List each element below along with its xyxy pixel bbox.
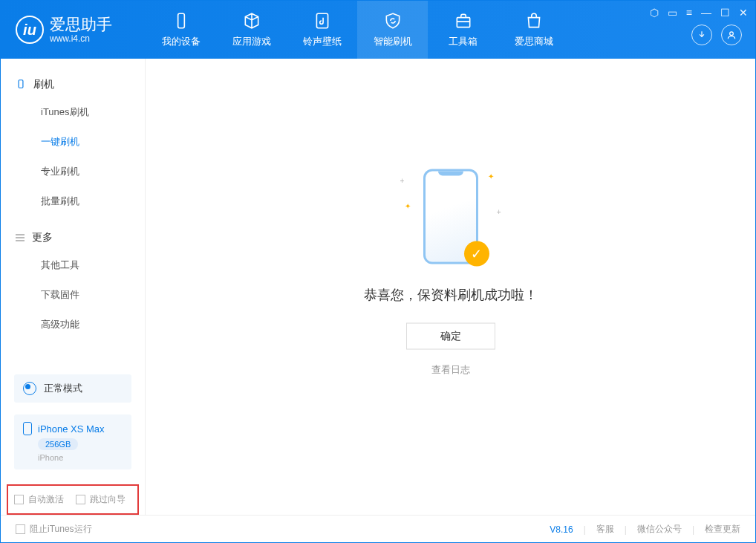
toolbox-icon — [454, 11, 473, 30]
svg-rect-0 — [177, 13, 184, 28]
mode-box[interactable]: 正常模式 — [14, 374, 131, 403]
minimize-button[interactable]: — — [701, 7, 711, 19]
sidebar-section-flash: 刷机 — [1, 72, 145, 97]
app-name-en: www.i4.cn — [50, 33, 112, 44]
sidebar-section-more: 更多 — [1, 225, 145, 250]
sparkle-icon: ✦ — [488, 172, 494, 181]
tab-apps-games[interactable]: 应用游戏 — [216, 1, 287, 59]
svg-point-3 — [730, 32, 734, 36]
checkbox-label: 自动激活 — [28, 493, 64, 506]
sidebar-item-download-firmware[interactable]: 下载固件 — [1, 280, 145, 310]
checkbox-label: 阻止iTunes运行 — [30, 523, 92, 536]
shield-refresh-icon — [383, 11, 403, 30]
app-name-cn: 爱思助手 — [50, 16, 112, 33]
tab-label: 工具箱 — [449, 35, 478, 48]
checkbox-skip-guide[interactable]: 跳过向导 — [76, 493, 126, 506]
sidebar-item-itunes-flash[interactable]: iTunes刷机 — [1, 97, 145, 127]
checkbox-label: 跳过向导 — [90, 493, 126, 506]
device-type: iPhone — [38, 453, 63, 462]
device-icon — [172, 11, 191, 30]
music-file-icon — [313, 11, 332, 30]
checkbox-auto-activate[interactable]: 自动激活 — [14, 493, 64, 506]
logo-area[interactable]: iu 爱思助手 www.i4.cn — [1, 16, 146, 44]
logo-text: 爱思助手 www.i4.cn — [50, 16, 112, 43]
window-controls: ⬡ ▭ ≡ — ☐ ✕ — [650, 7, 748, 19]
tab-store[interactable]: 爱思商城 — [498, 1, 569, 59]
doc-icon[interactable]: ▭ — [668, 7, 677, 19]
tab-my-device[interactable]: 我的设备 — [146, 1, 216, 59]
sidebar-item-oneclick-flash[interactable]: 一键刷机 — [1, 127, 145, 157]
sidebar: 刷机 iTunes刷机 一键刷机 专业刷机 批量刷机 更多 其他工具 下载固件 … — [1, 59, 146, 515]
success-illustration: ✦ ✦ + + ✓ — [391, 163, 510, 271]
shirt-icon[interactable]: ⬡ — [650, 7, 659, 19]
tab-label: 智能刷机 — [374, 35, 412, 48]
options-highlighted-box: 自动激活 跳过向导 — [7, 484, 139, 515]
checkbox-icon — [14, 495, 24, 504]
footer: 阻止iTunes运行 V8.16 | 客服 | 微信公众号 | 检查更新 — [1, 515, 755, 543]
menu-icon[interactable]: ≡ — [686, 7, 692, 19]
sparkle-icon: + — [497, 208, 501, 216]
sidebar-item-batch-flash[interactable]: 批量刷机 — [1, 186, 145, 216]
main-area: 刷机 iTunes刷机 一键刷机 专业刷机 批量刷机 更多 其他工具 下载固件 … — [1, 59, 755, 515]
flash-result: ✦ ✦ + + ✓ 恭喜您，保资料刷机成功啦！ 确定 查看日志 — [364, 163, 538, 377]
view-log-link[interactable]: 查看日志 — [431, 363, 470, 377]
device-name: iPhone XS Max — [38, 423, 105, 435]
section-title: 更多 — [32, 231, 53, 244]
tab-ringtone-wallpaper[interactable]: 铃声壁纸 — [287, 1, 357, 59]
main-tabs: 我的设备 应用游戏 铃声壁纸 智能刷机 工具箱 爱思商城 — [146, 1, 569, 59]
svg-rect-2 — [457, 18, 469, 27]
tab-smart-flash[interactable]: 智能刷机 — [357, 1, 428, 59]
phone-small-icon — [23, 422, 32, 435]
mode-label: 正常模式 — [44, 382, 82, 395]
result-title: 恭喜您，保资料刷机成功啦！ — [364, 286, 538, 304]
sparkle-icon: ✦ — [405, 202, 411, 210]
logo-icon: iu — [16, 16, 44, 44]
download-button[interactable] — [691, 25, 712, 45]
tab-toolbox[interactable]: 工具箱 — [428, 1, 498, 59]
tab-label: 应用游戏 — [232, 35, 271, 48]
check-update-link[interactable]: 检查更新 — [705, 523, 740, 536]
sidebar-item-other-tools[interactable]: 其他工具 — [1, 250, 145, 280]
checkbox-block-itunes[interactable]: 阻止iTunes运行 — [16, 523, 92, 536]
sidebar-item-advanced[interactable]: 高级功能 — [1, 310, 145, 339]
close-button[interactable]: ✕ — [739, 7, 748, 19]
app-header: iu 爱思助手 www.i4.cn 我的设备 应用游戏 铃声壁纸 智能刷机 工具… — [1, 1, 755, 59]
checkbox-icon — [76, 495, 85, 504]
checkbox-icon — [16, 524, 25, 534]
maximize-button[interactable]: ☐ — [720, 7, 730, 19]
section-title: 刷机 — [33, 78, 54, 91]
content-area: ✦ ✦ + + ✓ 恭喜您，保资料刷机成功啦！ 确定 查看日志 — [146, 59, 755, 515]
sidebar-item-pro-flash[interactable]: 专业刷机 — [1, 157, 145, 186]
device-capacity-badge: 256GB — [38, 438, 78, 450]
shopping-bag-icon — [524, 11, 544, 30]
ok-button[interactable]: 确定 — [406, 323, 495, 350]
sparkle-icon: + — [400, 177, 405, 185]
wechat-link[interactable]: 微信公众号 — [637, 523, 682, 536]
cube-icon — [242, 11, 261, 30]
phone-icon — [16, 79, 26, 91]
success-check-icon: ✓ — [464, 241, 489, 267]
tab-label: 爱思商城 — [515, 35, 553, 48]
support-link[interactable]: 客服 — [596, 523, 614, 536]
tab-label: 我的设备 — [162, 35, 201, 48]
tab-label: 铃声壁纸 — [303, 35, 342, 48]
hamburger-icon — [16, 234, 25, 241]
svg-rect-4 — [19, 79, 23, 88]
header-right-controls — [691, 25, 742, 45]
version-label: V8.16 — [550, 524, 573, 535]
device-box[interactable]: iPhone XS Max 256GB iPhone — [14, 414, 131, 469]
svg-rect-1 — [316, 13, 328, 28]
mode-icon — [23, 382, 36, 395]
user-button[interactable] — [721, 25, 742, 45]
